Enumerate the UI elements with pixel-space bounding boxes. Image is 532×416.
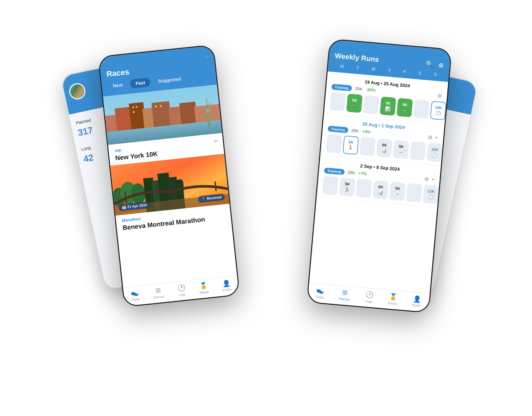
week-2-km: 26K [351,128,359,133]
planner-icon: ⊞ [155,286,161,294]
run-2-sun[interactable]: 10K 🕐 [427,143,443,162]
profile-icon-right: 👤 [413,294,421,303]
tab-suggested[interactable]: Suggested [152,73,187,86]
logs-icon-right: 🕐 [365,290,374,299]
run-1-fri[interactable]: 5K → [396,98,413,117]
tab-past[interactable]: Past [130,77,151,88]
race-card-2[interactable]: 📅 21 Apr 2024 📍 Montreal ✏ Marathon Bene… [110,154,232,235]
weekly-runs-title: Weekly Runs [335,51,379,64]
nav-today-left[interactable]: 👟 Today [130,288,140,302]
races-icon: 🏅 [199,281,208,290]
week-1-pct: -30% [365,87,376,93]
day-s1: S [418,70,422,76]
profile-label-right: Profile [412,303,421,307]
run-3-thu[interactable]: 6K 📊 [372,180,389,199]
location-icon[interactable]: ⊕ [438,61,444,69]
race-card-1[interactable]: 10K New York 10K ✏ [103,84,224,165]
edit-icon-1[interactable]: ✏ [214,138,219,144]
week-1-actions: ⚙ [437,92,442,99]
day-w: W [371,66,376,71]
bottom-nav-left: 👟 Today ⊞ Planner 🕐 Logs 🏅 Races 👤 Profi… [123,275,239,306]
run-1-tue[interactable]: 5K 🏃 [346,93,363,113]
nav-profile-left[interactable]: 👤 Profile [221,279,232,292]
week-3-actions: ⚙ + [424,176,435,183]
run-2-wed[interactable] [359,137,376,156]
week-1-km: 25K [355,86,362,91]
nav-races-right[interactable]: 🏅 Races [388,292,398,305]
add-icon-2[interactable]: + [435,134,438,141]
search-icon[interactable]: 🔍 [426,60,434,68]
day-t1: T [356,65,359,70]
planner-label: Planner [153,294,165,299]
svg-rect-16 [205,108,210,113]
logs-label-right: Logs [365,299,373,303]
settings-icon-2[interactable]: ⚙ [428,134,433,140]
scene: Planned 317 Long 42 Races Next Past Sugg… [72,30,460,386]
nav-planner-left[interactable]: ⊞ Planner [152,286,165,299]
day-s2: S [434,72,437,77]
profile-icon-left: 👤 [222,279,231,287]
nav-today-right[interactable]: 👟 Today [315,286,325,299]
week-3-badge: Training [324,167,345,175]
run-2-fri[interactable]: 5K → [393,140,409,159]
races-label-right: Races [388,301,397,305]
nav-planner-right[interactable]: ⊞ Planner [339,288,351,301]
week-1-badge: Training [331,83,352,91]
tab-next[interactable]: Next [107,80,128,91]
run-3-wed[interactable] [356,179,372,198]
run-2-sat[interactable] [410,141,426,161]
nav-logs-left[interactable]: 🕐 Logs [177,283,186,296]
logs-label: Logs [178,292,186,296]
nav-profile-right[interactable]: 👤 Profile [412,294,422,307]
run-3-tue[interactable]: 5K 🏃 [339,177,355,197]
today-icon-right: 👟 [316,286,325,294]
races-label: Races [200,290,209,294]
long-run-label: Long [81,145,91,152]
run-1-mon[interactable] [329,92,346,112]
avatar [68,81,87,101]
week-3-pct: +7% [358,171,367,176]
run-2-thu[interactable]: 6K 📊 [376,138,393,158]
races-icon-right: 🏅 [389,293,397,301]
phone-weekly-runs: Weekly Runs 🔍 ⊕ M T W T F S S 19 Aug • 2… [306,38,452,313]
planned-label: Planned [75,117,92,125]
logs-icon: 🕐 [177,283,186,292]
run-1-thu[interactable]: 5K 📊 [380,96,396,116]
run-3-mon[interactable] [322,176,338,195]
nav-logs-right[interactable]: 🕐 Logs [365,290,374,303]
run-2-mon[interactable] [326,134,342,153]
week-2-pct: +4% [362,129,371,134]
edit-icon-2[interactable]: ✏ [205,53,210,60]
run-1-sat[interactable] [413,99,430,119]
planner-icon-right: ⊞ [342,288,348,296]
bottom-nav-right: 👟 Today ⊞ Planner 🕐 Logs 🏅 Races 👤 Profi… [307,283,430,312]
run-1-wed[interactable] [363,95,380,114]
day-t2: T [388,68,391,73]
day-m: M [340,64,344,69]
week-2-actions: ⚙ + [428,134,438,141]
settings-icon-3[interactable]: ⚙ [424,176,429,182]
add-icon-3[interactable]: + [431,176,435,183]
run-3-sat[interactable] [406,183,422,202]
nav-races-left[interactable]: 🏅 Races [199,281,209,294]
today-label: Today [131,297,140,302]
today-label-right: Today [315,295,324,299]
run-1-sun[interactable]: 10K 🕐 [430,101,447,120]
today-icon: 👟 [130,288,139,297]
run-3-fri[interactable]: 5K → [389,182,406,201]
settings-icon-1[interactable]: ⚙ [437,92,442,99]
header-icons: 🔍 ⊕ [426,60,444,69]
run-3-sun[interactable]: 12K 🕐 [423,185,439,204]
run-2-tue[interactable]: 5K 🏃 [343,135,359,155]
profile-label-left: Profile [222,287,232,292]
week-3-km: 28K [348,170,355,175]
planner-label-right: Planner [339,297,350,301]
week-2-badge: Training [327,125,348,133]
day-f: F [403,69,406,74]
